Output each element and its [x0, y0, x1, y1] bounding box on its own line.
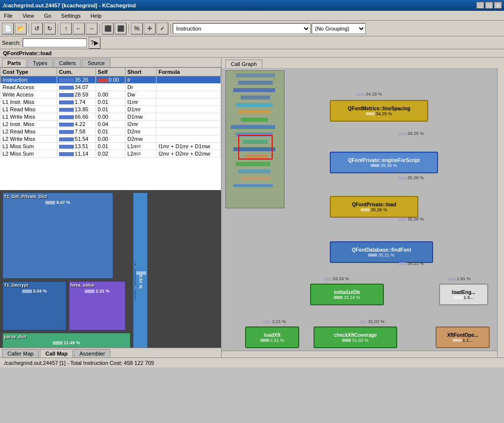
treemap-block-label: T1_Get_Private_Dict [3, 193, 113, 200]
scrollbar-right[interactable] [497, 68, 504, 358]
callgraph-node[interactable]: loadXft2.21 % [245, 326, 299, 348]
minimize-btn[interactable]: _ [476, 2, 484, 9]
callgraph-node[interactable]: loadEng...1.9... [439, 284, 488, 305]
move-button[interactable]: ✛ [144, 23, 156, 34]
col-cum[interactable]: Cum. [57, 68, 95, 76]
reload-fwd-button[interactable]: ↻ [44, 23, 56, 34]
col-costtype[interactable]: Cost Type [0, 68, 57, 76]
callgraph-node[interactable]: QFontDatabase::findFont35.21 % [330, 241, 433, 263]
search-help-button[interactable]: ?▶ [89, 37, 100, 49]
check-button[interactable]: ✓ [157, 23, 168, 34]
menu-help[interactable]: Help [89, 12, 104, 20]
treemap-block[interactable]: parse_dict11.49 % [2, 333, 130, 348]
cell-costtype: L2 Write Miss [0, 135, 57, 143]
cg-pct-label: 35.26 % [399, 175, 424, 180]
cell-cum: 28.59 [57, 91, 95, 98]
cg-pct-label: 34.18 % [357, 92, 382, 97]
callgraph-node[interactable]: QFontMetrics::lineSpacing34.25 % [330, 100, 428, 122]
maximize-btn[interactable]: □ [485, 2, 493, 9]
cell-costtype: L1 Miss Sum [0, 143, 57, 150]
node-label: initializeDb [334, 290, 360, 295]
menu-settings[interactable]: Settings [59, 12, 83, 20]
treemap-block[interactable]: T1_Get_Private_Dict9.47 % [2, 193, 113, 279]
call-graph-minimap[interactable] [225, 70, 284, 208]
treemap-block[interactable]: hexa_value2.31 % [69, 281, 126, 330]
tab-call-map[interactable]: Call Map [40, 349, 73, 358]
callgraph-node[interactable]: XftFontOpe...1.1... [436, 326, 490, 348]
cell-costtype: L2 Miss Sum [0, 150, 57, 158]
treemap-block-label: T1_Decrypt [3, 282, 66, 289]
table-row[interactable]: L1 Miss Sum13.510.01L1m=I1mr + D1mr + D1… [0, 143, 221, 150]
table-row[interactable]: Read Access34.07Dr [0, 84, 221, 91]
main-content: Parts Types Callers Source Cost Type Cum… [0, 58, 504, 358]
split-v-button[interactable]: ⬛ [115, 23, 126, 34]
tab-source[interactable]: Source [82, 59, 110, 67]
cell-self: 0.01 [95, 106, 125, 113]
col-formula[interactable]: Formula [156, 68, 220, 76]
reload-back-button[interactable]: ↺ [31, 23, 43, 34]
call-graph-content[interactable]: QFontMetrics::lineSpacing34.25 %QFontPri… [221, 68, 504, 358]
back-button[interactable]: ← [73, 23, 85, 34]
table-row[interactable]: L1 Instr. Miss1.740.01I1mr [0, 98, 221, 106]
tab-caller-map[interactable]: Caller Map [2, 349, 39, 358]
cell-costtype: L1 Instr. Miss [0, 98, 57, 106]
tab-assembler[interactable]: Assembler [74, 349, 110, 358]
tab-parts[interactable]: Parts [2, 59, 27, 67]
table-row[interactable]: L2 Miss Sum11.140.02L2m=I2mr + D2mr + D2… [0, 150, 221, 158]
instruction-combo[interactable]: Instruction [173, 23, 311, 34]
treemap-block[interactable]: T1_Decrypt3.34 % [2, 281, 66, 330]
call-graph-tab[interactable]: Call Graph [225, 60, 262, 68]
treemap-block[interactable]: PS_Unicode_Value5.51 % [133, 193, 148, 348]
grouping-combo[interactable]: (No Grouping) [312, 23, 366, 34]
menu-view[interactable]: View [21, 12, 36, 20]
cell-short: I2mr [125, 121, 156, 128]
search-bar: Search: ?▶ [0, 36, 504, 49]
cell-cum: 35.26 [57, 76, 95, 84]
toolbar-sep1 [29, 24, 29, 33]
cell-short: L1m= [125, 143, 156, 150]
table-row[interactable]: L2 Read Miss7.580.01D2mr [0, 128, 221, 135]
title-bar-buttons: _ □ × [476, 2, 502, 9]
callgraph-node[interactable]: checkXftCoverage31.02 % [314, 326, 397, 348]
search-input[interactable] [23, 38, 87, 47]
cell-costtype: Instruction [0, 76, 57, 84]
close-btn[interactable]: × [494, 2, 502, 9]
table-row[interactable]: L2 Write Miss51.540.00D2mw [0, 135, 221, 143]
table-row[interactable]: L1 Write Miss66.660.00D1mw [0, 113, 221, 121]
table-row[interactable]: L1 Read Miss13.850.01D1mr [0, 106, 221, 113]
table-row[interactable]: Write Access28.590.00Dw [0, 91, 221, 98]
cg-pct-label: 35.21 % [399, 261, 424, 266]
callgraph-node[interactable]: initializeDb33.24 % [310, 284, 384, 305]
toolbar-sep4 [128, 24, 129, 33]
node-label: XftFontOpe... [447, 332, 478, 338]
tab-types[interactable]: Types [28, 59, 53, 67]
treemap-panel[interactable]: T1_Get_Private_Dict9.47 %T1_Decrypt3.34 … [0, 190, 221, 348]
scrollbar-bottom[interactable] [221, 351, 497, 358]
cell-cum: 34.07 [57, 84, 95, 91]
cell-self: 0.04 [95, 121, 125, 128]
left-panel: Parts Types Callers Source Cost Type Cum… [0, 58, 221, 358]
col-short[interactable]: Short [125, 68, 156, 76]
split-h-button[interactable]: ⬛ [102, 23, 114, 34]
callgraph-node[interactable]: QFontPrivate::load35.26 % [330, 196, 418, 218]
cell-short: D2mw [125, 135, 156, 143]
table-row[interactable]: Instruction35.260.00Ir [0, 76, 221, 84]
menu-file[interactable]: File [2, 12, 15, 20]
node-label: QFontMetrics::lineSpacing [347, 106, 410, 111]
open-file-button[interactable]: 📂 [15, 23, 27, 34]
callgraph-node[interactable]: QFontPrivate::engineForScript35.26 % [330, 152, 438, 173]
tab-callers[interactable]: Callers [54, 59, 81, 67]
node-label: QFontDatabase::findFont [352, 247, 411, 253]
forward-button[interactable]: → [86, 23, 97, 34]
col-self[interactable]: Self [95, 68, 125, 76]
menu-go[interactable]: Go [42, 12, 53, 20]
new-file-button[interactable]: 📄 [2, 23, 14, 34]
up-button[interactable]: ↑ [60, 23, 72, 34]
percent-button[interactable]: % [131, 23, 143, 34]
node-label: loadXft [264, 332, 281, 338]
table-row[interactable]: L2 Instr. Miss4.220.04I2mr [0, 121, 221, 128]
title-bar: ./cachegrind.out.24457 [kcachegrind] - K… [0, 0, 504, 11]
node-label: loadEng... [452, 290, 475, 295]
treemap-block-label: parse_dict [3, 333, 130, 340]
page-title: QFontPrivate::load [0, 49, 504, 58]
